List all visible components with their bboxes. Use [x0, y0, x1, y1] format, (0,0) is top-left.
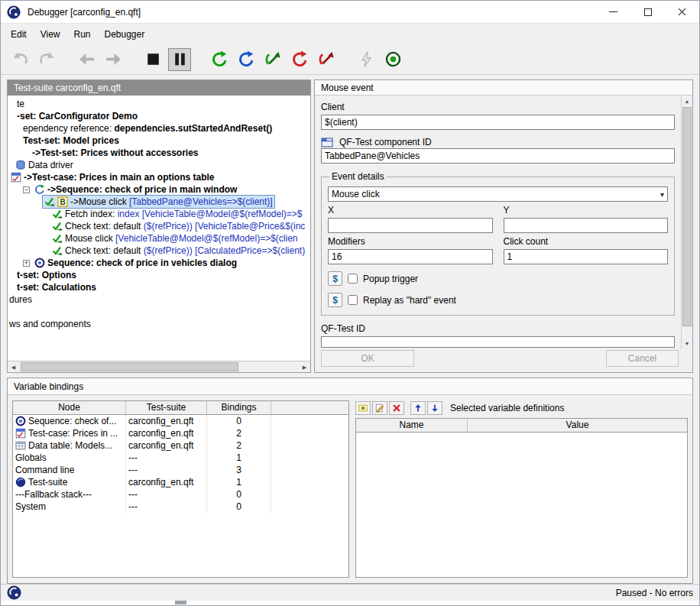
cancel-button[interactable]: Cancel	[606, 350, 679, 367]
column-header-bindings[interactable]: Bindings	[207, 401, 271, 414]
popup-trigger-checkbox[interactable]	[348, 274, 358, 284]
maximize-button[interactable]	[630, 1, 665, 23]
tree-node-content[interactable]: Check text: default ($(refPrice)) [Calcu…	[50, 245, 306, 257]
column-header-test-suite[interactable]: Test-suite	[126, 401, 207, 414]
scrollbar-track[interactable]	[682, 107, 692, 338]
tree-node-content[interactable]: te	[15, 98, 26, 110]
stop-button[interactable]	[141, 48, 164, 71]
binding-row[interactable]: Command line---3	[13, 464, 348, 476]
scrollbar-track[interactable]	[19, 361, 299, 373]
tree-node-content[interactable]: ws and components	[8, 318, 92, 330]
move-up-button[interactable]	[410, 401, 426, 415]
column-header-name[interactable]: Name	[356, 419, 468, 432]
tree-node-content[interactable]: ->Test-case: Prices in main an options t…	[9, 171, 216, 183]
scroll-down-icon[interactable]: ▼	[682, 338, 692, 349]
detail-vertical-scrollbar[interactable]: ▲ ▼	[681, 96, 692, 349]
pause-button[interactable]	[168, 48, 191, 71]
scroll-up-icon[interactable]: ▲	[682, 96, 692, 107]
y-input[interactable]	[504, 218, 669, 233]
x-input[interactable]	[328, 218, 493, 233]
menu-debugger[interactable]: Debugger	[98, 27, 152, 42]
binding-row[interactable]: Test-case: Prices in ...carconfig_en.qft…	[13, 427, 348, 439]
tree-node[interactable]: ws and components	[8, 318, 310, 330]
tree-node[interactable]: Data driver	[8, 159, 310, 171]
tree-node[interactable]: B->Mouse click [TabbedPane@Vehicles=>$(c…	[8, 196, 310, 208]
redo-button[interactable]	[35, 48, 58, 71]
forward-button[interactable]	[102, 48, 125, 71]
popup-trigger-variable-button[interactable]: $	[328, 271, 342, 286]
component-id-input[interactable]	[321, 148, 675, 164]
undo-button[interactable]	[8, 48, 31, 71]
column-header-node[interactable]: Node	[13, 401, 126, 414]
tree-node-content[interactable]: Data driver	[14, 159, 75, 171]
tree-node[interactable]: te	[8, 98, 310, 110]
tree-node-content[interactable]: Test-set: Model prices	[21, 134, 121, 147]
step-over-button[interactable]	[235, 48, 258, 71]
tree-node[interactable]: ->Test-case: Prices in main an options t…	[8, 171, 310, 183]
move-down-button[interactable]	[427, 401, 442, 415]
tree-node-content[interactable]: Check text: default ($(refPrice)) [Vehic…	[50, 220, 306, 232]
scrollbar-thumb[interactable]	[21, 362, 238, 371]
tree-node-content[interactable]: Mouse click [VehicleTable@Model@$(refMod…	[50, 232, 300, 245]
tree-node[interactable]: ependency reference: dependencies.sutSta…	[8, 122, 310, 134]
binding-row[interactable]: System---0	[13, 501, 348, 513]
step-into-button[interactable]	[261, 48, 284, 71]
binding-row[interactable]: Globals---1	[13, 452, 348, 464]
tree-node-content[interactable]: Fetch index: index [VehicleTable@Model@$…	[50, 208, 304, 220]
binding-row[interactable]: ---Fallback stack------0	[13, 488, 348, 501]
tree-node-content[interactable]: Sequence: check of price in vehicles dia…	[33, 257, 238, 269]
tree-node[interactable]: -set: CarConfigurator Demo	[8, 110, 310, 122]
tree-node[interactable]: t-set: Options	[8, 269, 310, 281]
scroll-left-icon[interactable]: ◀	[8, 361, 19, 373]
record-button[interactable]	[381, 48, 404, 71]
menu-edit[interactable]: Edit	[4, 27, 34, 42]
delete-variable-button[interactable]	[389, 401, 404, 415]
tree-node[interactable]: Fetch index: index [VehicleTable@Model@$…	[8, 208, 310, 220]
tree-node-content[interactable]: ->Sequence: check of price in main windo…	[33, 183, 238, 196]
close-button[interactable]	[665, 1, 699, 23]
replay-hard-checkbox[interactable]	[348, 295, 358, 305]
tree-node[interactable]: dures	[8, 293, 310, 306]
replay-hard-variable-button[interactable]: $	[328, 293, 342, 307]
scroll-right-icon[interactable]: ▶	[299, 361, 310, 373]
continue-button[interactable]	[208, 48, 231, 71]
tree-node[interactable]: t-set: Calculations	[8, 281, 310, 293]
menu-view[interactable]: View	[34, 27, 67, 42]
column-header-value[interactable]: Value	[468, 419, 687, 432]
tree-node-content[interactable]: ->Test-set: Prices without accessories	[31, 147, 200, 159]
tree-node[interactable]: +Sequence: check of price in vehicles di…	[8, 257, 310, 269]
binding-row[interactable]: Test-suitecarconfig_en.qft1	[13, 476, 348, 488]
binding-row[interactable]: Data table: Models...carconfig_en.qft2	[13, 439, 348, 452]
tree-node[interactable]: ->Test-set: Prices without accessories	[8, 147, 310, 159]
edit-variable-button[interactable]	[372, 401, 387, 415]
binding-row[interactable]: Sequence: check of...carconfig_en.qft0	[13, 415, 348, 427]
back-button[interactable]	[75, 48, 98, 71]
tree-node-content[interactable]: t-set: Options	[15, 269, 78, 281]
minimize-button[interactable]	[596, 1, 630, 23]
tree-node-content[interactable]: dures	[8, 293, 34, 306]
tree-node[interactable]: Test-set: Model prices	[8, 134, 310, 147]
add-variable-button[interactable]	[355, 401, 371, 415]
tree-node-content[interactable]: ependency reference: dependencies.sutSta…	[21, 122, 274, 134]
tree-node[interactable]: Check text: default ($(refPrice)) [Calcu…	[8, 245, 310, 257]
collapse-icon[interactable]: −	[23, 186, 30, 193]
tree-node-selected[interactable]: B->Mouse click [TabbedPane@Vehicles=>$(c…	[43, 196, 274, 208]
tree-node[interactable]: Check text: default ($(refPrice)) [Vehic…	[8, 220, 310, 232]
scrollbar-thumb[interactable]	[682, 107, 692, 326]
client-input[interactable]	[321, 115, 675, 130]
tree-node[interactable]: Mouse click [VehicleTable@Model@$(refMod…	[8, 232, 310, 245]
modifiers-input[interactable]	[328, 249, 493, 264]
menu-run[interactable]: Run	[66, 27, 97, 42]
qftest-id-input[interactable]	[321, 336, 675, 348]
tree-node-content[interactable]: t-set: Calculations	[15, 281, 98, 293]
event-type-select[interactable]: Mouse click ▾	[328, 186, 668, 202]
ok-button[interactable]: OK	[321, 350, 414, 367]
throw-error-button[interactable]	[355, 48, 378, 71]
tree-horizontal-scrollbar[interactable]: ◀ ▶	[8, 361, 310, 372]
tree-node-content[interactable]: -set: CarConfigurator Demo	[15, 110, 139, 122]
click-count-input[interactable]	[504, 249, 669, 264]
skip-out-button[interactable]	[315, 48, 338, 71]
expand-icon[interactable]: +	[23, 260, 30, 267]
skip-over-button[interactable]	[288, 48, 311, 71]
tree-node[interactable]: −->Sequence: check of price in main wind…	[8, 183, 310, 196]
